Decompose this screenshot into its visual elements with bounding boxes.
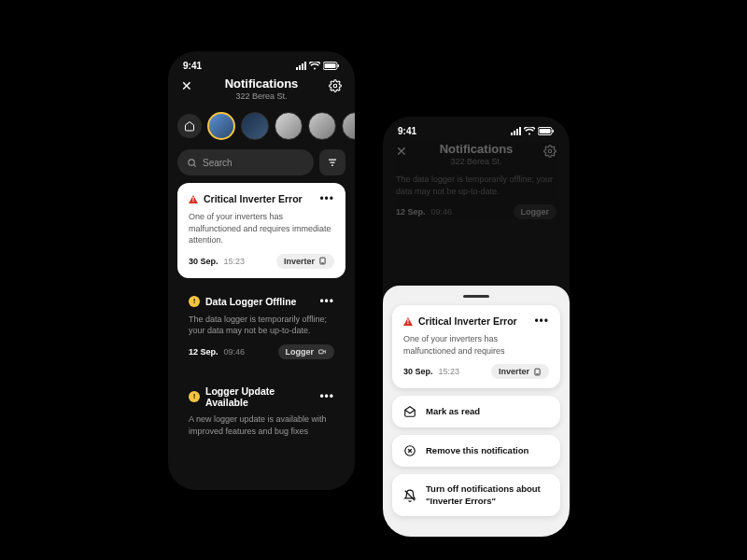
warning-icon: ! [189, 296, 200, 307]
notification-body: The data logger is temporarily offline; … [189, 314, 334, 337]
more-button[interactable]: ••• [319, 192, 334, 205]
category-chip: Inverter [491, 364, 549, 379]
dim-preview-body: The data logger is temporarily offline; … [383, 172, 570, 199]
envelope-open-icon [403, 405, 416, 418]
close-icon[interactable]: ✕ [181, 78, 192, 93]
property-thumb[interactable] [207, 112, 235, 140]
action-turn-off[interactable]: Turn off notifications about "Inverter E… [392, 474, 560, 516]
gear-icon [543, 145, 557, 158]
svg-point-3 [333, 84, 337, 88]
page-subtitle: 322 Berea St. [168, 91, 355, 101]
sheet-grabber[interactable] [463, 295, 489, 298]
svg-rect-1 [325, 63, 336, 68]
bell-off-icon [403, 489, 416, 502]
svg-rect-13 [553, 130, 555, 133]
notification-card[interactable]: ! Data Logger Offline ••• The data logge… [177, 286, 345, 369]
category-chip[interactable]: Logger [278, 344, 335, 359]
action-label: Turn off notifications about "Inverter E… [426, 483, 549, 507]
action-label: Remove this notification [426, 445, 529, 456]
search-icon [187, 158, 197, 168]
notification-title: Critical Inverter Error [204, 193, 314, 204]
status-time: 9:41 [183, 61, 202, 71]
property-thumb[interactable] [241, 112, 269, 140]
remove-circle-icon [403, 444, 416, 457]
phone-notifications-list: 9:41 ✕ Notifications 322 Berea St. Searc… [168, 51, 355, 490]
search-placeholder: Search [203, 158, 233, 168]
status-bar: 9:41 [168, 51, 355, 75]
wifi-icon [309, 62, 320, 70]
notification-body: One of your inverters has malfunctioned … [403, 333, 549, 357]
svg-rect-10 [319, 350, 324, 354]
device-icon [318, 257, 327, 265]
notification-body: One of your inverters has malfunctioned … [189, 211, 334, 246]
home-icon [184, 120, 195, 132]
more-button[interactable]: ••• [319, 295, 334, 308]
svg-rect-12 [540, 129, 551, 133]
notification-card[interactable]: ! Logger Update Available ••• A new logg… [177, 376, 345, 446]
notification-time: 15:23 [224, 257, 246, 266]
notification-time: 09:46 [431, 207, 453, 217]
action-label: Mark as read [426, 406, 480, 417]
settings-button[interactable] [543, 145, 557, 158]
category-chip[interactable]: Inverter [276, 254, 334, 269]
search-row: Search [168, 146, 355, 183]
svg-point-4 [189, 159, 194, 164]
notification-date: 30 Sep. [403, 367, 433, 376]
notification-card: Critical Inverter Error ••• One of your … [392, 305, 560, 388]
settings-button[interactable] [329, 79, 342, 92]
page-header: ✕ Notifications 322 Berea St. [168, 75, 355, 106]
notification-title: Critical Inverter Error [418, 315, 529, 327]
critical-icon [403, 317, 413, 326]
wifi-icon [524, 127, 535, 135]
action-mark-read[interactable]: Mark as read [392, 396, 560, 427]
notification-date: 12 Sep. [396, 207, 426, 217]
cellular-icon [511, 127, 521, 135]
filter-icon [327, 157, 338, 168]
property-thumbnails [168, 106, 355, 146]
notification-body: A new logger update is available with im… [189, 413, 334, 437]
notification-title: Logger Update Available [205, 385, 314, 408]
logger-icon [317, 347, 327, 356]
home-button[interactable] [177, 114, 202, 138]
more-button[interactable]: ••• [319, 390, 334, 403]
status-bar: 9:41 [383, 117, 570, 140]
notification-title: Data Logger Offline [205, 296, 314, 307]
status-time: 9:41 [398, 126, 416, 136]
warning-icon: ! [189, 391, 200, 402]
action-remove[interactable]: Remove this notification [392, 435, 560, 467]
critical-icon [189, 195, 198, 203]
gear-icon [329, 79, 342, 92]
phone-action-sheet: 9:41 ✕ Notifications 322 Berea St. The d… [383, 117, 570, 537]
more-button[interactable]: ••• [534, 315, 549, 328]
category-chip: Logger [514, 204, 557, 219]
device-icon [533, 368, 542, 376]
svg-point-14 [548, 149, 552, 153]
battery-icon [538, 127, 555, 135]
action-sheet: Critical Inverter Error ••• One of your … [383, 286, 570, 537]
page-header: ✕ Notifications 322 Berea St. [383, 140, 570, 172]
page-title: Notifications [383, 142, 570, 156]
notification-time: 15:23 [439, 367, 460, 376]
status-icons [511, 127, 555, 135]
notification-time: 09:46 [224, 347, 246, 357]
notification-date: 30 Sep. [189, 257, 218, 266]
property-thumb[interactable] [308, 112, 336, 140]
status-icons [296, 62, 340, 70]
battery-icon [323, 62, 340, 70]
property-thumb[interactable] [342, 112, 355, 140]
svg-rect-2 [338, 64, 340, 67]
search-input[interactable]: Search [177, 149, 314, 175]
property-thumb[interactable] [275, 112, 303, 140]
cellular-icon [296, 62, 306, 70]
page-subtitle: 322 Berea St. [383, 157, 570, 166]
close-icon[interactable]: ✕ [396, 144, 407, 159]
notification-date: 12 Sep. [189, 347, 218, 357]
notification-card[interactable]: Critical Inverter Error ••• One of your … [177, 183, 345, 278]
page-title: Notifications [168, 77, 355, 91]
filter-button[interactable] [319, 149, 345, 175]
